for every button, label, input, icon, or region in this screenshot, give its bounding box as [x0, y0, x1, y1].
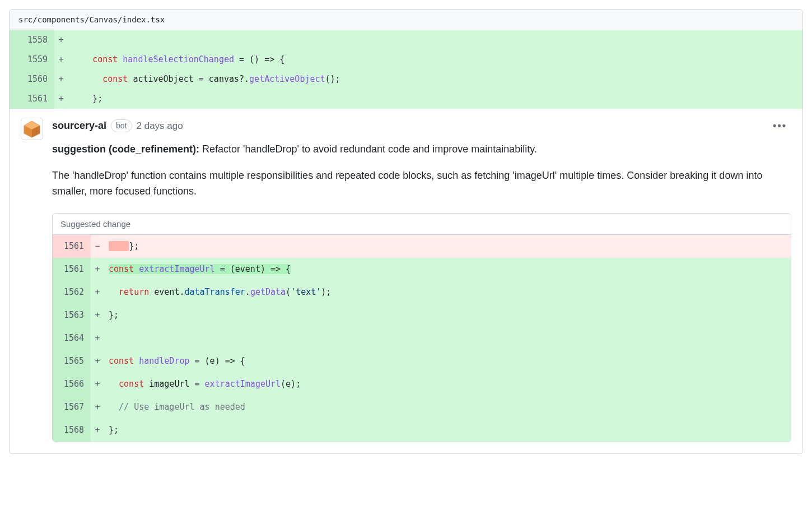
- line-number: 1561: [53, 235, 91, 258]
- diff-marker: +: [91, 327, 104, 350]
- diff-line: 1568 + };: [53, 419, 791, 442]
- line-number: 1560: [10, 70, 54, 89]
- comment-timestamp[interactable]: 2 days ago: [137, 121, 183, 132]
- diff-line: 1561 + };: [10, 89, 802, 109]
- diff-line: 1560 + const activeObject = canvas?.getA…: [10, 70, 802, 89]
- diff-line: 1558 +: [10, 30, 802, 50]
- diff-marker: +: [91, 419, 104, 442]
- sourcery-avatar-icon: [23, 120, 41, 138]
- line-number: 1565: [53, 350, 91, 373]
- line-number: 1568: [53, 419, 91, 442]
- comment-body: sourcery-ai bot 2 days ago ••• suggestio…: [52, 118, 791, 442]
- diff-container: src/components/Canvas/index.tsx 1558 + 1…: [9, 9, 803, 454]
- comment-header: sourcery-ai bot 2 days ago •••: [52, 118, 791, 134]
- line-content: const handleSelectionChanged = () => {: [68, 50, 802, 70]
- diff-marker: +: [91, 304, 104, 327]
- line-content: };: [104, 419, 791, 442]
- line-content: const handleDrop = (e) => {: [104, 350, 791, 373]
- line-content: [68, 30, 802, 50]
- suggested-change-box: Suggested change 1561 − };}; 1561 + cons…: [52, 213, 791, 442]
- diff-marker: +: [91, 350, 104, 373]
- diff-line: 1563 + };: [53, 304, 791, 327]
- line-content: const imageUrl = extractImageUrl(e);: [104, 373, 791, 396]
- kebab-menu-icon[interactable]: •••: [768, 118, 791, 134]
- diff-line: 1559 + const handleSelectionChanged = ()…: [10, 50, 802, 70]
- diff-marker: +: [91, 281, 104, 304]
- diff-line: 1562 + return event.dataTransfer.getData…: [53, 281, 791, 304]
- diff-line: 1566 + const imageUrl = extractImageUrl(…: [53, 373, 791, 396]
- comment-author[interactable]: sourcery-ai: [52, 120, 106, 132]
- diff-marker: +: [54, 50, 68, 70]
- line-number: 1564: [53, 327, 91, 350]
- diff-marker: −: [91, 235, 104, 258]
- line-number: 1559: [10, 50, 54, 70]
- suggested-change-code: 1561 − };}; 1561 + const extractImageUrl…: [53, 235, 791, 442]
- suggested-change-header: Suggested change: [53, 214, 791, 235]
- avatar[interactable]: [21, 118, 43, 140]
- line-number: 1561: [53, 258, 91, 281]
- comment-paragraph: The 'handleDrop' function contains multi…: [52, 168, 791, 200]
- line-content: // Use imageUrl as needed: [104, 396, 791, 419]
- line-content: };};: [104, 235, 791, 258]
- line-number: 1562: [53, 281, 91, 304]
- diff-line: 1561 − };};: [53, 235, 791, 258]
- comment-title: suggestion (code_refinement): Refactor '…: [52, 142, 791, 157]
- line-content: };: [104, 304, 791, 327]
- diff-line: 1567 + // Use imageUrl as needed: [53, 396, 791, 419]
- line-number: 1567: [53, 396, 91, 419]
- diff-marker: +: [91, 258, 104, 281]
- line-number: 1561: [10, 89, 54, 109]
- line-number: 1563: [53, 304, 91, 327]
- line-content: const activeObject = canvas?.getActiveOb…: [68, 70, 802, 89]
- diff-marker: +: [54, 70, 68, 89]
- top-diff-block: 1558 + 1559 + const handleSelectionChang…: [10, 30, 802, 109]
- suggestion-label: suggestion (code_refinement):: [52, 143, 199, 155]
- line-number: 1558: [10, 30, 54, 50]
- line-content: return event.dataTransfer.getData('text'…: [104, 281, 791, 304]
- line-content: };: [68, 89, 802, 109]
- line-content: const extractImageUrl = (event) => {: [104, 258, 791, 281]
- review-comment: sourcery-ai bot 2 days ago ••• suggestio…: [10, 109, 802, 453]
- diff-marker: +: [54, 30, 68, 50]
- line-content: [104, 327, 791, 350]
- diff-line: 1564 +: [53, 327, 791, 350]
- line-number: 1566: [53, 373, 91, 396]
- diff-line: 1561 + const extractImageUrl = (event) =…: [53, 258, 791, 281]
- bot-badge: bot: [111, 119, 132, 133]
- file-path-header[interactable]: src/components/Canvas/index.tsx: [10, 10, 802, 30]
- diff-marker: +: [91, 396, 104, 419]
- diff-line: 1565 + const handleDrop = (e) => {: [53, 350, 791, 373]
- suggestion-title-text: Refactor 'handleDrop' to avoid redundant…: [199, 143, 537, 155]
- diff-marker: +: [54, 89, 68, 109]
- diff-marker: +: [91, 373, 104, 396]
